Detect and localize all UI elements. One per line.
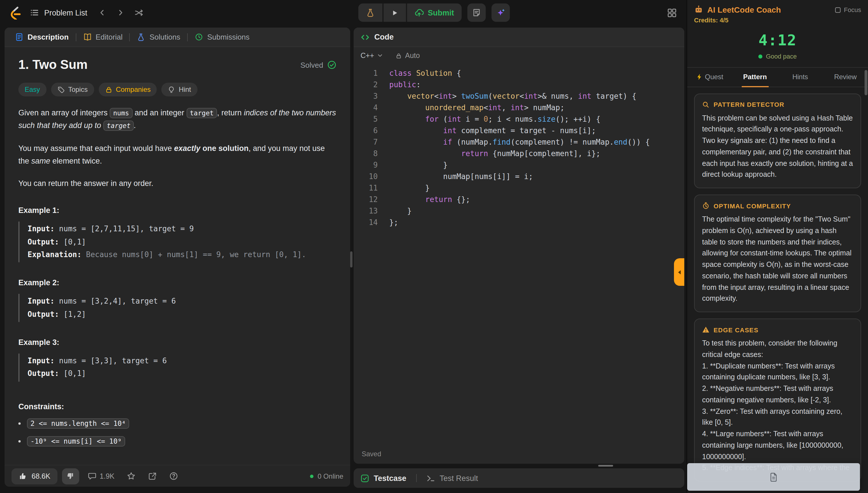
difficulty-pill[interactable]: Easy [18, 83, 46, 97]
topbar-actions: Submit [358, 3, 510, 22]
constraints-list: 2 <= nums.length <= 10⁴-10⁹ <= nums[i] <… [18, 419, 336, 447]
code-line[interactable]: 1class Solution { [354, 68, 684, 79]
panel-resize-handle[interactable] [350, 251, 353, 267]
line-number: 10 [354, 171, 386, 183]
language-selector[interactable]: C++ [361, 52, 383, 60]
collapse-arrow-icon [677, 270, 682, 275]
code-line[interactable]: 2public: [354, 79, 684, 91]
problem-list-button[interactable]: Problem List [25, 4, 92, 21]
hint-pill[interactable]: Hint [162, 83, 197, 97]
edge-cases-title: EDGE CASES [714, 326, 758, 333]
code-line[interactable]: 14}; [354, 217, 684, 229]
coach-scrollbar[interactable] [865, 70, 867, 95]
topics-pill[interactable]: Topics [51, 83, 94, 97]
testcase-label: Testcase [374, 474, 406, 483]
tab-separator [76, 33, 76, 41]
focus-label: Focus [844, 6, 861, 13]
leetcode-logo[interactable] [7, 5, 23, 21]
submit-button[interactable]: Submit [407, 3, 462, 22]
comments-button[interactable]: 1.9K [84, 468, 118, 484]
coach-tab-review[interactable]: Review [823, 67, 868, 86]
collapse-panel-button[interactable] [674, 258, 684, 286]
notes-button[interactable] [467, 3, 486, 22]
code-editor[interactable]: 1class Solution {2public:3 vector<int> t… [354, 64, 684, 229]
line-number: 13 [354, 206, 386, 217]
session-timer: 4:12 Good pace [687, 27, 868, 67]
examples: Example 1:Input: nums = [2,7,11,15], tar… [18, 206, 336, 382]
code-header-label: Code [374, 33, 394, 41]
magnifier-icon [702, 101, 710, 108]
prev-problem-button[interactable] [94, 5, 110, 21]
next-problem-button[interactable] [112, 5, 129, 21]
ai-assistant-button[interactable] [491, 3, 510, 22]
dislike-button[interactable] [62, 468, 79, 484]
like-button[interactable]: 68.6K [12, 468, 57, 484]
tab-solutions[interactable]: Solutions [131, 27, 186, 46]
line-number: 2 [354, 79, 386, 91]
submissions-icon [195, 33, 203, 41]
auto-save-indicator[interactable]: Auto [395, 52, 420, 60]
edge-cases-card: EDGE CASES To test this problem, conside… [694, 319, 861, 481]
code-line[interactable]: 12 return {}; [354, 194, 684, 206]
code-line[interactable]: 13 } [354, 206, 684, 217]
code-line[interactable]: 9 } [354, 159, 684, 171]
test-result-label: Test Result [440, 474, 478, 483]
coach-tab-pattern[interactable]: Pattern [733, 67, 778, 86]
question-icon [170, 472, 178, 480]
clock-icon [702, 202, 710, 210]
attachment-dropzone[interactable] [687, 463, 860, 491]
auto-label: Auto [405, 52, 420, 60]
line-number: 8 [354, 148, 386, 159]
pace-indicator: Good pace [758, 53, 797, 60]
editorial-icon [83, 33, 91, 41]
app-root: Problem List [0, 0, 868, 493]
star-icon [127, 472, 136, 480]
topbar-left: Problem List [7, 4, 147, 21]
code-line[interactable]: 6 int complement = target - nums[i]; [354, 125, 684, 136]
code-line[interactable]: 10 numMap[nums[i]] = i; [354, 171, 684, 183]
coach-tab-quest-label: Quest [705, 73, 723, 81]
run-group: Submit [358, 3, 462, 22]
layout-switcher-button[interactable] [664, 5, 680, 21]
console-resize-handle[interactable] [598, 465, 613, 467]
code-line[interactable]: 4 unordered_map<int, int> numMap; [354, 102, 684, 114]
code-line[interactable]: 11 } [354, 183, 684, 194]
optimal-complexity-body: The optimal time complexity for the "Two… [702, 214, 853, 305]
timer-value: 4:12 [687, 31, 868, 49]
focus-frame-icon [835, 6, 841, 13]
coach-tab-pattern-label: Pattern [743, 73, 767, 81]
focus-toggle[interactable]: Focus [835, 6, 861, 13]
coach-tab-hints[interactable]: Hints [778, 67, 823, 86]
coach-tab-hints-label: Hints [792, 73, 808, 81]
shuffle-icon [134, 8, 144, 17]
console-bar: Testcase Test Result [354, 468, 684, 488]
debug-button[interactable] [358, 3, 382, 22]
code-line[interactable]: 7 if (numMap.find(complement) != numMap.… [354, 136, 684, 148]
online-status: 0 Online [310, 472, 343, 480]
tab-editorial-label: Editorial [96, 33, 123, 41]
testcase-tab[interactable]: Testcase [361, 470, 406, 486]
code-line[interactable]: 8 return {numMap[complement], i}; [354, 148, 684, 159]
comment-count: 1.9K [100, 472, 114, 480]
favorite-button[interactable] [123, 468, 140, 484]
solutions-icon [137, 33, 146, 41]
test-result-tab[interactable]: Test Result [426, 470, 478, 486]
code-line[interactable]: 5 for (int i = 0; i < nums.size(); ++i) … [354, 114, 684, 125]
code-toolbar: C++ Auto [354, 47, 684, 64]
problem-title: 1. Two Sum [18, 57, 88, 72]
companies-pill[interactable]: Companies [99, 83, 157, 97]
share-button[interactable] [144, 468, 161, 484]
note-icon [472, 8, 481, 17]
code-line[interactable]: 3 vector<int> twoSum(vector<int>& nums, … [354, 91, 684, 102]
tab-description[interactable]: Description [9, 27, 75, 46]
description-icon [15, 33, 23, 41]
help-button[interactable] [166, 468, 182, 484]
bolt-icon [696, 73, 702, 80]
tab-editorial[interactable]: Editorial [77, 27, 128, 46]
random-problem-button[interactable] [131, 5, 147, 21]
coach-tab-quest[interactable]: Quest [687, 67, 733, 86]
tab-submissions[interactable]: Submissions [189, 27, 255, 46]
run-button[interactable] [383, 3, 406, 22]
topics-label: Topics [68, 86, 88, 93]
problem-list-icon [30, 8, 39, 17]
